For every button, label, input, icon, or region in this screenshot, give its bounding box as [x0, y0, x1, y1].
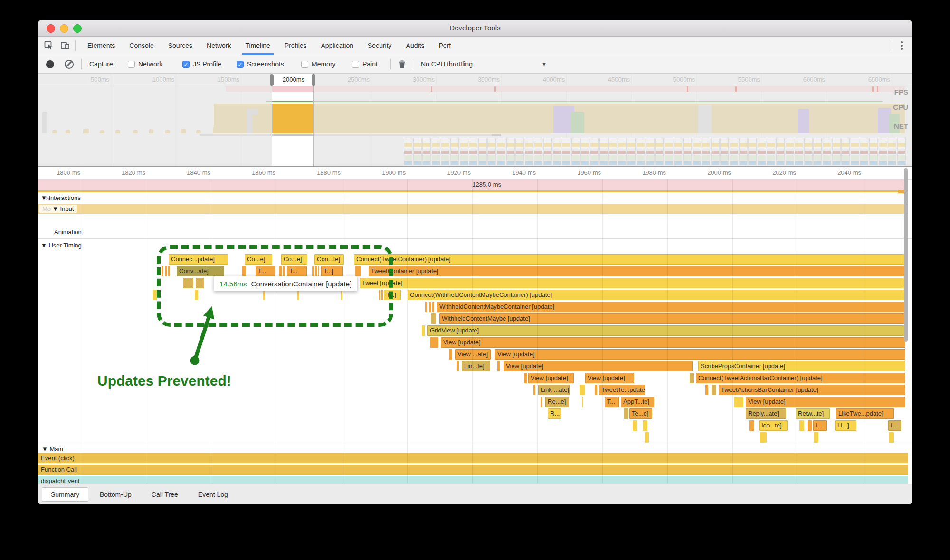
checkbox-unchecked-icon[interactable] [352, 61, 359, 68]
tab-application[interactable]: Application [314, 37, 361, 55]
capture-checkbox-memory[interactable]: Memory [301, 55, 336, 73]
trash-icon[interactable] [398, 55, 406, 73]
flame-bar[interactable]: Tweet [update] [360, 278, 905, 288]
bottom-tab-call-tree[interactable]: Call Tree [143, 488, 187, 501]
flame-bar[interactable] [457, 361, 459, 371]
flame-bar[interactable]: I... [888, 420, 901, 431]
flame-bar[interactable]: View ...ate] [455, 349, 491, 360]
flame-bar[interactable]: Connect(WithheldContentMaybeContainer) [… [408, 290, 905, 300]
flame-bar[interactable] [431, 313, 436, 324]
flame-bar[interactable] [734, 397, 743, 407]
tab-audits[interactable]: Audits [399, 37, 432, 55]
flame-bar[interactable]: TweetTe...pdate] [599, 385, 645, 395]
flame-bar[interactable]: Link ...ate] [538, 385, 570, 395]
flame-bar[interactable]: LikeTwe...pdate] [836, 408, 894, 419]
flame-bar[interactable]: View [update] [528, 373, 574, 383]
flame-bar[interactable] [633, 420, 637, 431]
device-toolbar-icon[interactable] [60, 40, 70, 51]
vertical-scrollbar[interactable] [904, 168, 908, 342]
checkbox-unchecked-icon[interactable] [128, 61, 135, 68]
flame-bar[interactable] [799, 420, 804, 431]
selection-left-handle[interactable] [270, 74, 274, 86]
flame-bar[interactable]: I... [813, 420, 826, 431]
flame-bar[interactable]: TweetActionsBarContainer [update] [719, 385, 905, 395]
input-section-header[interactable]: Mo ▼ Input [39, 205, 77, 213]
flame-bar[interactable]: WithheldContentMaybe [update] [439, 313, 905, 324]
flame-bar[interactable]: AppT...te] [621, 397, 654, 407]
capture-checkbox-paint[interactable]: Paint [352, 55, 378, 73]
timeline-flamechart-pane[interactable]: 1285.0 ms Re ▼ Interactions Mo ▼ Input A… [38, 167, 912, 484]
tab-perf[interactable]: Perf [432, 37, 458, 55]
flame-bar[interactable] [582, 397, 583, 407]
flame-bar[interactable] [690, 373, 694, 383]
flame-bar[interactable]: View [update] [495, 349, 905, 360]
checkbox-checked-icon[interactable]: ✓ [182, 61, 190, 68]
flame-bar[interactable]: Re...e] [545, 397, 569, 407]
flame-bar[interactable]: View [update] [585, 373, 634, 383]
flame-bar[interactable]: T... [605, 397, 619, 407]
flame-bar[interactable]: Te...e] [629, 408, 652, 419]
flame-bar[interactable] [760, 432, 767, 443]
flame-bar[interactable] [705, 385, 708, 395]
flame-bar[interactable] [497, 361, 500, 371]
animation-section-header[interactable]: Animation [54, 228, 82, 236]
tab-profiles[interactable]: Profiles [277, 37, 314, 55]
flame-bar[interactable]: GridView [update] [428, 325, 905, 336]
timeline-overview[interactable]: 500ms1000ms1500ms2000ms2500ms3000ms3500m… [38, 74, 912, 167]
flame-bar[interactable]: View [update] [504, 361, 693, 371]
flame-bar[interactable]: Lin...te] [462, 361, 490, 371]
tab-security[interactable]: Security [361, 37, 399, 55]
more-options-icon[interactable] [897, 40, 906, 51]
flame-bar[interactable] [153, 290, 157, 300]
flame-bar[interactable]: ScribePropsContainer [update] [698, 361, 905, 371]
checkbox-unchecked-icon[interactable] [301, 61, 308, 68]
flame-bar[interactable] [425, 302, 428, 312]
flame-bar[interactable]: View [update] [441, 337, 905, 348]
flame-bar[interactable]: View [update] [746, 397, 905, 407]
flame-bar[interactable]: WithheldContentMaybeContainer [update] [437, 302, 905, 312]
flame-bar[interactable] [889, 432, 894, 443]
bottom-tab-event-log[interactable]: Event Log [190, 488, 237, 501]
flame-bar[interactable] [533, 385, 535, 395]
chevron-down-icon[interactable]: ▼ [542, 55, 547, 73]
tab-sources[interactable]: Sources [161, 37, 200, 55]
flame-bar[interactable] [595, 385, 597, 395]
flame-bar[interactable]: Connect(TweetContainer) [update] [354, 254, 905, 265]
tab-console[interactable]: Console [122, 37, 161, 55]
flame-bar[interactable] [430, 337, 438, 348]
main-section-header[interactable]: ▼ Main [42, 446, 63, 453]
inspect-element-icon[interactable] [44, 40, 54, 51]
cpu-throttling-select[interactable]: No CPU throttling [421, 55, 473, 73]
flame-bar[interactable]: R... [548, 408, 561, 419]
flame-bar[interactable] [429, 302, 431, 312]
tab-network[interactable]: Network [200, 37, 238, 55]
flame-bar[interactable] [449, 349, 452, 360]
flame-bar[interactable] [814, 432, 818, 443]
flame-bar[interactable]: TweetContainer [update] [369, 266, 905, 276]
flame-bar[interactable] [643, 420, 647, 431]
flame-bar[interactable]: Ico...te] [759, 420, 788, 431]
flame-bar[interactable] [624, 408, 628, 419]
user-timing-section-header[interactable]: ▼ User Timing [41, 242, 82, 249]
flame-bar[interactable] [645, 432, 649, 443]
selection-right-handle[interactable] [312, 74, 315, 86]
flame-bar[interactable] [432, 302, 434, 312]
tab-timeline[interactable]: Timeline [238, 37, 277, 55]
checkbox-checked-icon[interactable]: ✓ [237, 61, 244, 68]
capture-checkbox-network[interactable]: Network [128, 55, 162, 73]
flame-bar[interactable] [524, 373, 527, 383]
flame-bar[interactable]: Reply...ate] [746, 408, 786, 419]
capture-checkbox-screenshots[interactable]: ✓Screenshots [237, 55, 284, 73]
flame-bar[interactable]: Li...] [835, 420, 856, 431]
flame-bar[interactable] [749, 420, 754, 431]
tab-elements[interactable]: Elements [80, 37, 122, 55]
flame-bar[interactable] [580, 385, 585, 395]
flame-bar[interactable] [808, 420, 812, 431]
interactions-section-header[interactable]: ▼ Interactions [41, 194, 81, 201]
flame-bar[interactable]: Connect(TweetActionsBarContainer) [updat… [696, 373, 905, 383]
main-thread-bar[interactable]: dispatchEvent [38, 476, 908, 484]
record-button[interactable] [46, 55, 54, 73]
capture-checkbox-js-profile[interactable]: ✓JS Profile [182, 55, 221, 73]
clear-recording-icon[interactable] [65, 55, 74, 73]
main-thread-bar[interactable]: Function Call [38, 465, 908, 475]
